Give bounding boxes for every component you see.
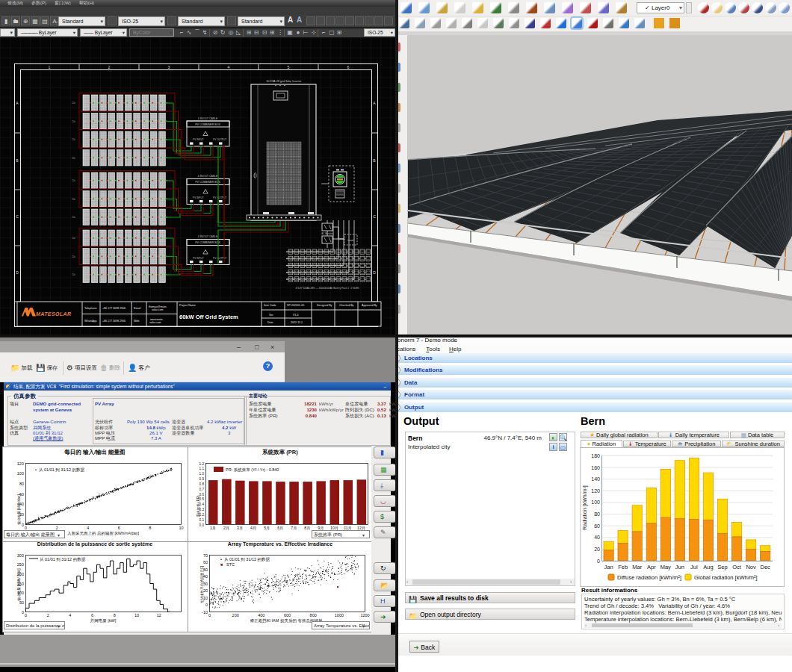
- svg-text:0: 0: [25, 613, 27, 617]
- svg-text:Designed By: Designed By: [317, 304, 332, 307]
- svg-text:5月: 5月: [264, 526, 270, 531]
- svg-text:D: D: [373, 270, 376, 275]
- svg-text:0.5: 0.5: [199, 497, 205, 501]
- svg-text:60: 60: [594, 523, 600, 529]
- svg-text:5: 5: [288, 65, 290, 69]
- svg-text:4: 4: [69, 613, 71, 617]
- svg-text:4 IN/OUT CABLE: 4 IN/OUT CABLE: [198, 117, 218, 120]
- svg-text:4 IN/OUT CABLE: 4 IN/OUT CABLE: [198, 175, 218, 178]
- svg-text:140: 140: [591, 476, 600, 482]
- svg-text:系统效率 (PR): 系统效率 (PR): [262, 449, 298, 455]
- svg-text:0.4: 0.4: [199, 503, 205, 506]
- svg-text:0: 0: [597, 559, 600, 564]
- svg-text:PV INPUT: PV INPUT: [193, 196, 204, 199]
- svg-text:1.2: 1.2: [199, 462, 205, 466]
- svg-text:4: 4: [87, 526, 89, 530]
- svg-text:80: 80: [594, 511, 600, 517]
- svg-text:Web: Web: [134, 320, 139, 323]
- svg-text:120: 120: [591, 488, 600, 494]
- svg-text:May: May: [660, 564, 671, 570]
- svg-text:0: 0: [22, 610, 24, 615]
- svg-text:180: 180: [591, 453, 600, 458]
- svg-text:■: ■: [220, 562, 224, 567]
- svg-text:1200: 1200: [360, 613, 369, 617]
- svg-text:Project Name: Project Name: [179, 304, 196, 307]
- svg-text:Dec: Dec: [761, 564, 771, 570]
- svg-text:4 IN/OUT CABLE: 4 IN/OUT CABLE: [198, 235, 218, 238]
- svg-text:Email: Email: [134, 307, 140, 310]
- svg-text:PV COMBINER BOX: PV COMBINER BOX: [195, 181, 220, 184]
- svg-text:12x: 12x: [72, 120, 75, 123]
- svg-text:Aug: Aug: [703, 564, 713, 570]
- svg-text:20: 20: [594, 547, 600, 552]
- svg-text:1月: 1月: [210, 526, 216, 531]
- svg-text:Distribution de la puissance d: Distribution de la puissance de sortie s…: [37, 541, 153, 547]
- svg-text:0.7: 0.7: [199, 488, 205, 491]
- svg-text:Feb: Feb: [618, 564, 628, 570]
- svg-text:1000: 1000: [335, 613, 344, 617]
- svg-text:160: 160: [591, 465, 600, 470]
- svg-text:8月: 8月: [304, 526, 310, 531]
- svg-text:WhatsApp: WhatsApp: [84, 320, 97, 323]
- svg-text:PV INPUT: PV INPUT: [193, 138, 204, 141]
- svg-text:400: 400: [258, 613, 264, 617]
- svg-text:12x: 12x: [72, 237, 75, 240]
- svg-text:PR: 系统效率 (Yf / Yr) : 0.840: PR: 系统效率 (Yf / Yr) : 0.840: [226, 467, 279, 473]
- svg-text:60 KVA Off grid Solar Inverter: 60 KVA Off grid Solar Inverter: [266, 80, 302, 83]
- svg-text:40: 40: [594, 535, 600, 540]
- svg-text:12x: 12x: [72, 198, 75, 201]
- svg-text:Jun: Jun: [675, 564, 684, 570]
- svg-text:2月: 2月: [223, 526, 229, 531]
- svg-text:300: 300: [17, 553, 24, 558]
- svg-text:100: 100: [17, 471, 24, 476]
- svg-text:0.3: 0.3: [199, 508, 205, 511]
- svg-text:每日的 输入/输出 能量图: 每日的 输入/输出 能量图: [64, 449, 125, 455]
- svg-text:12x: 12x: [72, 273, 75, 276]
- svg-text:Global radiation [kWh/m²]: Global radiation [kWh/m²]: [694, 574, 758, 581]
- svg-text:光伏组件平均的温度 [°C]: 光伏组件平均的温度 [°C]: [199, 566, 205, 603]
- svg-text:Nov: Nov: [746, 564, 756, 570]
- svg-text:6: 6: [347, 65, 350, 69]
- svg-text:+86 177 5698 2906: +86 177 5698 2906: [102, 320, 126, 323]
- svg-text:PV COMBINER BOX: PV COMBINER BOX: [195, 123, 220, 126]
- svg-text:Jan: Jan: [604, 564, 613, 570]
- svg-text:120: 120: [17, 461, 24, 466]
- svg-text:3: 3: [168, 65, 170, 69]
- svg-text:12x: 12x: [72, 216, 75, 219]
- svg-text:0.0: 0.0: [199, 523, 205, 527]
- svg-text:并网电量 [kW]: 并网电量 [kW]: [90, 618, 117, 623]
- svg-text:MATESOLAR: MATESOLAR: [36, 311, 71, 317]
- svg-text:0: 0: [22, 523, 24, 527]
- svg-text:Sep: Sep: [717, 564, 727, 570]
- svg-text:0.1: 0.1: [199, 518, 205, 522]
- svg-text:1: 1: [49, 65, 51, 69]
- svg-text:PV OUTPUT: PV OUTPUT: [213, 138, 226, 141]
- svg-text:Ver: Ver: [269, 314, 273, 317]
- svg-text:Approved By: Approved By: [362, 304, 377, 307]
- svg-text:60: 60: [203, 560, 208, 564]
- svg-text:入射采光面上的 总的辐射 [kWh/m²/day]: 入射采光面上的 总的辐射 [kWh/m²/day]: [67, 531, 139, 536]
- svg-text:+86 177 5698 2906: +86 177 5698 2906: [102, 307, 126, 310]
- svg-text:Date: Date: [267, 321, 273, 324]
- svg-text:• 从 01/01 到 31/12 的数据: • 从 01/01 到 31/12 的数据: [220, 557, 270, 562]
- svg-text:Load: Load: [347, 239, 353, 242]
- svg-text:8: 8: [149, 526, 151, 530]
- svg-text:0.2: 0.2: [199, 513, 205, 517]
- svg-text:600: 600: [284, 613, 291, 617]
- svg-text:0: 0: [208, 613, 211, 617]
- svg-text:Radiation [kWh/m²]: Radiation [kWh/m²]: [582, 485, 588, 530]
- svg-text:8: 8: [114, 613, 116, 617]
- svg-text:-10: -10: [202, 610, 208, 615]
- svg-text:• 从 01/01 到 31/12 的数据: • 从 01/01 到 31/12 的数据: [35, 467, 85, 473]
- svg-text:4*12V*100Ah-48V — 2000/4000Ah: 4*12V*100Ah-48V — 2000/4000Ah Battery Pa…: [296, 287, 359, 290]
- svg-text:3月: 3月: [237, 526, 243, 531]
- svg-text:Checked By: Checked By: [339, 304, 354, 307]
- svg-text:2: 2: [108, 65, 111, 69]
- svg-text:STC: STC: [226, 562, 235, 567]
- svg-text:12x: 12x: [72, 102, 75, 105]
- svg-text:Oct: Oct: [732, 564, 742, 570]
- svg-text:D: D: [16, 270, 19, 275]
- svg-text:Mar: Mar: [632, 564, 642, 570]
- svg-text:C: C: [373, 214, 376, 219]
- svg-text:系统效率 (PR): 系统效率 (PR): [196, 495, 201, 517]
